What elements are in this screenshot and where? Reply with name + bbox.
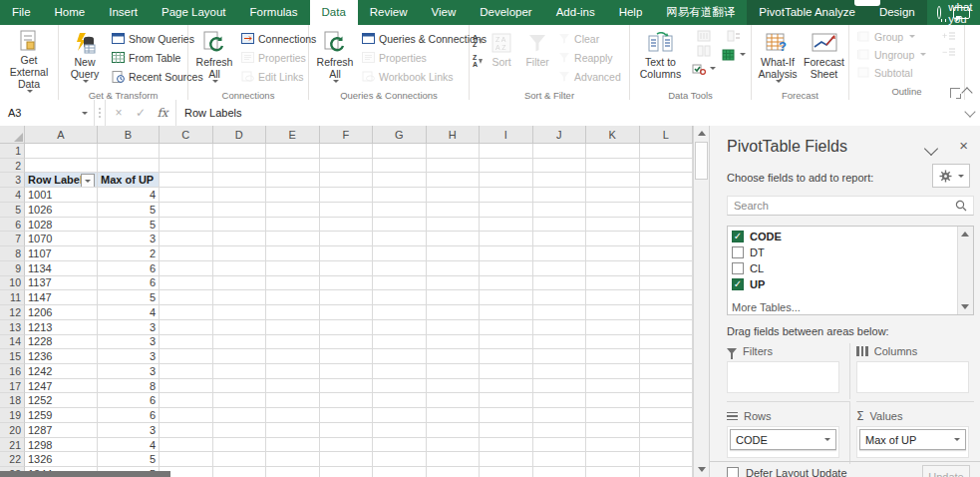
row-header-20[interactable]: 20 (0, 423, 25, 438)
cell-I8[interactable] (480, 246, 533, 261)
ribbon-tab-developer[interactable]: Developer (468, 0, 543, 25)
cell-J22[interactable] (533, 452, 587, 467)
cell-I11[interactable] (480, 290, 533, 305)
row-header-8[interactable]: 8 (0, 246, 25, 261)
cell-K11[interactable] (586, 290, 640, 305)
cell-I18[interactable] (480, 393, 533, 408)
cell-J5[interactable] (533, 203, 587, 218)
cell-G10[interactable] (373, 276, 427, 291)
cell-K3[interactable] (586, 173, 640, 188)
field-checkbox[interactable] (732, 262, 744, 274)
cell-D12[interactable] (213, 305, 267, 320)
cell-J3[interactable] (533, 173, 587, 188)
pivot-cell-value[interactable]: 8 (98, 379, 160, 394)
cell-D9[interactable] (213, 261, 267, 276)
cell-F4[interactable] (320, 188, 374, 203)
cell-L8[interactable] (640, 246, 694, 261)
ribbon-tab-formulas[interactable]: Formulas (238, 0, 310, 25)
cell-F22[interactable] (320, 452, 374, 467)
pivot-cell-code[interactable]: 1213 (25, 320, 98, 335)
name-box-dropdown-icon[interactable] (82, 112, 88, 115)
column-header-j[interactable]: J (533, 126, 587, 144)
cell-C17[interactable] (160, 379, 213, 394)
cell-F23[interactable] (320, 467, 374, 477)
pivot-cell-value[interactable]: 3 (98, 232, 160, 246)
pivot-cell-code[interactable]: 1028 (25, 218, 98, 233)
cell-E12[interactable] (266, 305, 320, 320)
cell-C1[interactable] (160, 144, 213, 159)
cell-G19[interactable] (373, 408, 427, 423)
cell-E9[interactable] (266, 261, 320, 276)
cell-D20[interactable] (213, 423, 267, 438)
cell-G22[interactable] (373, 452, 427, 467)
cell-G11[interactable] (373, 290, 427, 305)
cell-C12[interactable] (160, 305, 213, 320)
cell-L3[interactable] (640, 173, 694, 188)
cell-F12[interactable] (320, 305, 374, 320)
subtotal-button[interactable]: Subtotal (855, 64, 915, 81)
cell-C9[interactable] (160, 261, 213, 276)
cell-J23[interactable] (533, 467, 587, 477)
cell-E17[interactable] (266, 379, 320, 394)
cell-B1[interactable] (98, 144, 160, 159)
cell-D13[interactable] (213, 320, 267, 335)
field-checkbox[interactable] (732, 246, 744, 258)
grid-vertical-scrollbar[interactable] (693, 126, 709, 477)
cell-I16[interactable] (480, 364, 533, 379)
manage-data-model-button[interactable] (720, 46, 748, 63)
cell-F11[interactable] (320, 290, 374, 305)
cell-K10[interactable] (586, 276, 640, 291)
cell-G5[interactable] (373, 203, 427, 218)
cell-D23[interactable] (213, 467, 267, 477)
cell-K7[interactable] (586, 232, 640, 246)
cell-J16[interactable] (533, 364, 587, 379)
cell-L6[interactable] (640, 218, 694, 233)
pivot-cell-value[interactable]: 3 (98, 364, 160, 379)
cell-H20[interactable] (427, 423, 481, 438)
cell-L7[interactable] (640, 232, 694, 246)
rows-field-pill[interactable]: CODE (730, 429, 836, 450)
field-item-code[interactable]: ✓CODE (732, 229, 957, 244)
cell-L1[interactable] (640, 144, 694, 159)
values-area-dropzone[interactable]: Max of UP (856, 426, 969, 458)
cell-G1[interactable] (373, 144, 427, 159)
cell-K2[interactable] (586, 159, 640, 174)
values-field-pill[interactable]: Max of UP (859, 429, 966, 450)
column-header-k[interactable]: K (586, 126, 640, 144)
cell-G17[interactable] (373, 379, 427, 394)
cancel-icon[interactable]: × (108, 106, 130, 120)
row-header-14[interactable]: 14 (0, 335, 25, 350)
scrollbar-thumb[interactable] (695, 142, 708, 180)
field-item-up[interactable]: ✓UP (732, 276, 957, 292)
field-item-cl[interactable]: CL (732, 260, 957, 276)
ribbon-tab-add-ins[interactable]: Add-ins (544, 0, 607, 25)
cell-J17[interactable] (533, 379, 587, 394)
cell-H16[interactable] (427, 364, 481, 379)
pivot-cell-code[interactable]: 1298 (25, 438, 98, 453)
row-header-10[interactable]: 10 (0, 276, 25, 291)
cell-G4[interactable] (373, 188, 427, 203)
row-header-21[interactable]: 21 (0, 438, 25, 453)
row-header-15[interactable]: 15 (0, 349, 25, 364)
update-button[interactable]: Update (922, 465, 970, 477)
row-header-4[interactable]: 4 (0, 188, 25, 203)
cell-C7[interactable] (160, 232, 213, 246)
cell-D15[interactable] (213, 349, 267, 364)
cell-H5[interactable] (427, 203, 481, 218)
cell-I12[interactable] (480, 305, 533, 320)
cell-K12[interactable] (586, 305, 640, 320)
cell-I2[interactable] (480, 159, 533, 174)
cell-I4[interactable] (480, 188, 533, 203)
row-header-2[interactable]: 2 (0, 159, 25, 174)
cell-C6[interactable] (160, 218, 213, 233)
row-labels-filter-button[interactable] (81, 174, 95, 188)
cell-L18[interactable] (640, 393, 694, 408)
row-header-1[interactable]: 1 (0, 144, 25, 159)
filters-area-dropzone[interactable] (727, 361, 839, 393)
cell-E2[interactable] (266, 159, 320, 174)
pivot-cell-code[interactable]: 1228 (25, 335, 98, 350)
cell-L5[interactable] (640, 203, 694, 218)
cell-C8[interactable] (160, 246, 213, 261)
pivot-cell-value[interactable]: 4 (98, 305, 160, 320)
cell-G3[interactable] (373, 173, 427, 188)
